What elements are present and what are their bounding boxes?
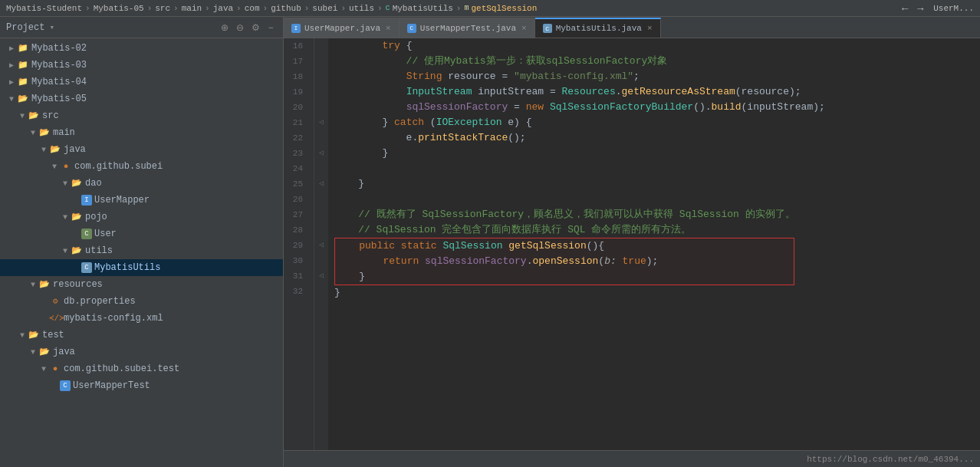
tab-close-button[interactable]: × [386,24,391,33]
expand-arrow[interactable]: ▼ [28,129,38,137]
tree-item-label: resources [53,279,103,290]
java-folder-icon: 📂 [49,144,61,155]
editor-area: I UserMapper.java × C UserMapperTest.jav… [284,17,980,467]
tree-item-label: test [42,330,64,340]
sidebar-item-dbprops[interactable]: ⚙ db.properties [0,293,283,310]
package-icon: ● [60,161,72,172]
tree-item-label: com.github.subei.test [64,363,179,374]
expand-arrow[interactable]: ▶ [6,77,17,87]
collapse-all-button[interactable]: ⊕ [219,21,231,34]
sidebar-item-test[interactable]: ▼ 📂 test [0,327,283,344]
code-line-32: } [334,285,980,301]
code-content[interactable]: try { // 使用Mybatis第一步：获取sqlSessionFactor… [328,38,980,450]
expand-arrow[interactable]: ▼ [49,163,60,171]
code-line-19: InputStream inputStream = Resources . ge… [334,84,980,100]
tree-item-label: utils [85,245,113,256]
expand-arrow[interactable]: ▼ [38,146,49,154]
sidebar-item-java-test[interactable]: ▼ 📂 java [0,344,283,360]
bc-com: com [245,4,260,13]
expand-arrow[interactable]: ▶ [6,44,17,53]
code-editor[interactable]: 16 17 18 19 20 21 22 23 24 25 26 27 28 2… [284,38,980,450]
line-numbers: 16 17 18 19 20 21 22 23 24 25 26 27 28 2… [284,38,314,450]
sidebar-item-resources[interactable]: ▼ 📂 resources [0,276,283,293]
interface-tab-icon: I [291,24,301,33]
sidebar-item-mybatisutils[interactable]: C MybatisUtils [0,259,283,276]
code-line-31: } [335,269,794,284]
minimize-sidebar-button[interactable]: − [265,21,277,34]
sidebar-item-pkg-test[interactable]: ▼ ● com.github.subei.test [0,360,283,377]
sidebar-title: Project [6,22,44,33]
bc-class: MybatisUtils [393,4,453,13]
code-line-27: // 既然有了 SqlSessionFactory，顾名思义，我们就可以从中获得… [334,207,980,222]
sidebar-item-user[interactable]: C User [0,225,283,242]
tab-close-button[interactable]: × [647,24,653,33]
sidebar-tree[interactable]: ▶ 📁 Mybatis-02 ▶ 📁 Mybatis-03 ▶ 📁 Mybati… [0,38,283,467]
class-icon: C [81,229,92,239]
tree-item-label: MybatisUtils [94,262,160,273]
tab-bar: I UserMapper.java × C UserMapperTest.jav… [284,17,980,38]
sidebar-item-mybatis02[interactable]: ▶ 📁 Mybatis-02 [0,40,283,57]
sidebar-header: Project ▾ ⊕ ⊖ ⚙ − [0,17,283,38]
gutter: ◁ ◁ ◁ ◁ ◁ [314,38,328,450]
settings-button[interactable]: ⚙ [249,21,261,34]
sidebar-item-mybatis03[interactable]: ▶ 📁 Mybatis-03 [0,57,283,74]
sidebar-item-mybatis04[interactable]: ▶ 📁 Mybatis-04 [0,74,283,90]
tab-usermapper[interactable]: I UserMapper.java × [284,18,400,38]
tab-mybatisutils[interactable]: C MybatisUtils.java × [535,18,661,38]
back-button[interactable]: ← [898,2,912,15]
bc-java: java [213,4,233,13]
code-line-17: // 使用Mybatis第一步：获取sqlSessionFactory对象 [334,54,980,69]
expand-arrow[interactable]: ▶ [6,61,17,70]
folder-icon: 📁 [17,60,29,71]
sidebar-item-usermappertest[interactable]: C UserMapperTest [0,377,283,394]
sidebar-item-usermapper[interactable]: I UserMapper [0,192,283,209]
sidebar-item-pojo[interactable]: ▼ 📂 pojo [0,209,283,225]
bc-src: src [155,4,170,13]
code-line-28: // SqlSession 完全包含了面向数据库执行 SQL 命令所需的所有方法… [334,222,980,238]
scroll-to-source-button[interactable]: ⊖ [234,21,246,34]
code-line-23: } [334,146,980,161]
class-tab-icon: C [407,24,416,33]
expand-arrow[interactable]: ▼ [6,95,17,104]
folder-icon: 📂 [38,127,51,138]
bc-main: main [182,4,202,13]
expand-arrow[interactable]: ▼ [28,281,38,289]
tree-item-label: src [42,110,59,121]
expand-arrow[interactable]: ▼ [38,365,49,373]
tab-label: UserMapper.java [304,24,380,33]
status-url: https://blog.csdn.net/m0_46394... [807,455,974,464]
tab-usermappertest[interactable]: C UserMapperTest.java × [400,18,535,38]
sidebar-item-main[interactable]: ▼ 📂 main [0,124,283,141]
sidebar-item-mybatis05[interactable]: ▼ 📂 Mybatis-05 [0,90,283,107]
sidebar-item-java[interactable]: ▼ 📂 java [0,141,283,158]
user-label: UserM... [933,4,974,13]
sidebar: Project ▾ ⊕ ⊖ ⚙ − ▶ 📁 Mybatis-02 ▶ 📁 [0,17,284,467]
sidebar-item-pkg-main[interactable]: ▼ ● com.github.subei [0,158,283,175]
expand-arrow[interactable]: ▼ [60,247,71,255]
expand-arrow[interactable]: ▼ [60,213,71,222]
top-bar: Mybatis-Student › Mybatis-05 › src › mai… [0,0,980,17]
code-line-21: } catch ( IOException e ) { [334,115,980,130]
tree-item-label: User [94,229,117,239]
expand-arrow[interactable]: ▼ [17,331,28,340]
forward-button[interactable]: → [913,2,927,15]
expand-arrow[interactable]: ▼ [17,112,28,120]
code-line-24 [334,161,980,176]
sidebar-item-utils[interactable]: ▼ 📂 utils [0,242,283,259]
sidebar-item-src[interactable]: ▼ 📂 src [0,107,283,124]
tab-close-button[interactable]: × [521,24,527,33]
interface-icon: I [81,195,92,206]
bc-method: getSqlSession [471,4,537,13]
sidebar-item-dao[interactable]: ▼ 📂 dao [0,175,283,192]
expand-arrow[interactable]: ▼ [60,179,71,188]
code-line-22: e. printStackTrace (); [334,130,980,146]
test-class-icon: C [60,380,71,391]
folder-icon: 📁 [17,43,29,54]
bc-utils: utils [349,4,374,13]
expand-arrow[interactable]: ▼ [28,348,38,357]
main-area: Project ▾ ⊕ ⊖ ⚙ − ▶ 📁 Mybatis-02 ▶ 📁 [0,17,980,467]
folder-icon: 📂 [71,212,83,222]
tree-item-label: com.github.subei [74,161,163,172]
tree-item-label: java [64,144,86,155]
sidebar-item-mybatisconfig[interactable]: ≺/≻ mybatis-config.xml [0,310,283,327]
